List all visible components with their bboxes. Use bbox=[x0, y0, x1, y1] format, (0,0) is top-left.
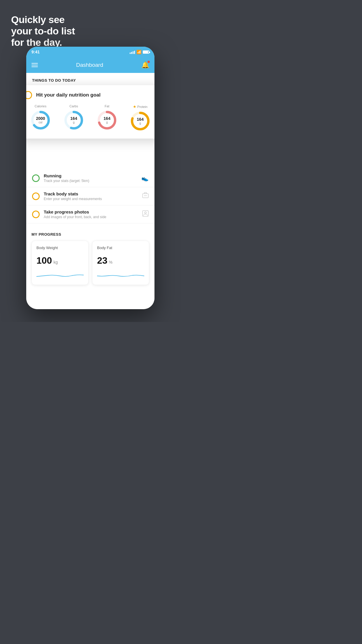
todo-text-running: Running Track your stats (target: 5km) bbox=[44, 173, 137, 183]
phone-shell: 9:41 📶 Dashboard 🔔 THINGS TO DO TOD bbox=[26, 47, 154, 309]
status-time: 9:41 bbox=[31, 50, 40, 54]
todo-item-running[interactable]: Running Track your stats (target: 5km) 👟 bbox=[26, 169, 154, 187]
carbs-unit: g bbox=[70, 121, 77, 124]
nutrition-card-title: Hit your daily nutrition goal bbox=[36, 92, 101, 98]
todo-title-photos: Take progress photos bbox=[44, 209, 138, 214]
calories-unit: cal bbox=[36, 121, 45, 124]
phone-content: THINGS TO DO TODAY Hit your daily nutrit… bbox=[26, 73, 154, 309]
status-icons: 📶 bbox=[130, 50, 149, 54]
progress-section: MY PROGRESS Body Weight 100 kg Body Fat bbox=[26, 228, 154, 290]
body-fat-card: Body Fat 23 % bbox=[92, 241, 149, 285]
body-weight-value-row: 100 kg bbox=[36, 255, 84, 266]
nav-bar: Dashboard 🔔 bbox=[26, 57, 154, 73]
todo-list: Running Track your stats (target: 5km) 👟… bbox=[26, 169, 154, 223]
body-weight-sparkline bbox=[36, 270, 84, 279]
nutrition-carbs: Carbs 164 g bbox=[63, 104, 84, 132]
protein-label: ★ Protein bbox=[133, 104, 147, 109]
nutrition-check-circle[interactable] bbox=[26, 91, 32, 99]
protein-value: 164 bbox=[137, 117, 143, 122]
protein-unit: g bbox=[137, 122, 143, 125]
carbs-donut: 164 g bbox=[63, 110, 84, 131]
svg-point-12 bbox=[145, 212, 146, 214]
todo-item-photos[interactable]: Take progress photos Add images of your … bbox=[26, 205, 154, 223]
todo-text-body-stats: Track body stats Enter your weight and m… bbox=[44, 191, 138, 201]
nutrition-calories: Calories 2000 cal bbox=[30, 104, 51, 132]
body-fat-value: 23 bbox=[97, 255, 108, 266]
todo-sub-body-stats: Enter your weight and measurements bbox=[44, 197, 138, 201]
nutrition-card-title-row: Hit your daily nutrition goal bbox=[26, 91, 154, 99]
nutrition-protein: ★ Protein 164 g bbox=[130, 104, 151, 132]
signal-icon bbox=[130, 50, 135, 54]
nutrition-card: Hit your daily nutrition goal Calories 2… bbox=[26, 85, 154, 139]
scale-icon bbox=[142, 192, 149, 200]
todo-item-body-stats[interactable]: Track body stats Enter your weight and m… bbox=[26, 187, 154, 205]
shoe-icon: 👟 bbox=[141, 175, 149, 182]
nutrition-row: Calories 2000 cal Carbs bbox=[26, 104, 154, 132]
battery-icon bbox=[143, 50, 149, 54]
fat-unit: g bbox=[103, 121, 110, 124]
status-bar: 9:41 📶 bbox=[26, 47, 154, 57]
carbs-label: Carbs bbox=[69, 104, 78, 108]
body-weight-title: Body Weight bbox=[36, 246, 84, 250]
person-icon bbox=[142, 210, 149, 218]
body-fat-unit: % bbox=[109, 260, 113, 265]
todo-sub-running: Track your stats (target: 5km) bbox=[44, 179, 137, 183]
notification-button[interactable]: 🔔 bbox=[141, 61, 149, 69]
body-weight-unit: kg bbox=[53, 260, 58, 265]
progress-header: MY PROGRESS bbox=[31, 232, 149, 237]
notification-dot bbox=[147, 61, 150, 63]
todo-title-body-stats: Track body stats bbox=[44, 191, 138, 196]
svg-rect-9 bbox=[144, 192, 147, 194]
things-to-do-header: THINGS TO DO TODAY bbox=[26, 73, 154, 85]
todo-title-running: Running bbox=[44, 173, 137, 178]
todo-sub-photos: Add images of your front, back, and side bbox=[44, 215, 138, 219]
todo-circle-photos bbox=[32, 211, 40, 218]
body-fat-value-row: 23 % bbox=[97, 255, 144, 266]
headline-line2: your to-do list bbox=[11, 25, 75, 37]
calories-value: 2000 bbox=[36, 116, 45, 121]
carbs-value: 164 bbox=[70, 116, 77, 121]
body-weight-value: 100 bbox=[36, 255, 52, 266]
headline-line1: Quickly see bbox=[11, 14, 75, 25]
headline: Quickly see your to-do list for the day. bbox=[11, 14, 75, 48]
todo-text-photos: Take progress photos Add images of your … bbox=[44, 209, 138, 219]
body-fat-sparkline bbox=[97, 270, 144, 279]
progress-cards: Body Weight 100 kg Body Fat 23 % bbox=[31, 241, 149, 285]
fat-label: Fat bbox=[105, 104, 109, 108]
wifi-icon: 📶 bbox=[136, 50, 141, 54]
todo-circle-body-stats bbox=[32, 192, 40, 200]
body-fat-title: Body Fat bbox=[97, 246, 144, 250]
calories-donut: 2000 cal bbox=[30, 110, 51, 131]
star-icon: ★ bbox=[133, 104, 136, 109]
nutrition-fat: Fat 164 g bbox=[96, 104, 117, 132]
fat-donut: 164 g bbox=[96, 110, 117, 131]
fat-value: 164 bbox=[103, 116, 110, 121]
nav-title: Dashboard bbox=[76, 62, 103, 68]
menu-button[interactable] bbox=[31, 63, 38, 67]
calories-label: Calories bbox=[35, 104, 46, 108]
body-weight-card: Body Weight 100 kg bbox=[31, 241, 89, 285]
todo-circle-running bbox=[32, 174, 40, 182]
protein-donut: 164 g bbox=[130, 111, 151, 132]
